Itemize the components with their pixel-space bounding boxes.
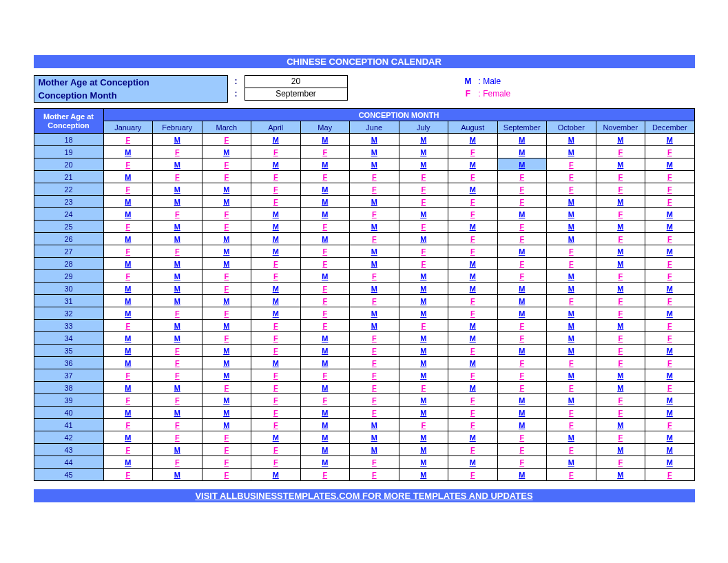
male-link[interactable]: M bbox=[322, 347, 328, 355]
male-link[interactable]: M bbox=[420, 409, 426, 417]
data-cell[interactable]: F bbox=[448, 394, 498, 407]
data-cell[interactable]: M bbox=[350, 307, 399, 320]
data-cell[interactable]: F bbox=[645, 270, 695, 283]
male-link[interactable]: M bbox=[519, 347, 525, 355]
female-link[interactable]: F bbox=[372, 235, 377, 243]
male-link[interactable]: M bbox=[125, 260, 131, 268]
data-cell[interactable]: F bbox=[596, 431, 645, 444]
data-cell[interactable]: F bbox=[251, 456, 301, 469]
data-cell[interactable]: F bbox=[596, 270, 645, 283]
data-cell[interactable]: M bbox=[300, 357, 350, 369]
male-link[interactable]: M bbox=[322, 210, 328, 218]
male-link[interactable]: M bbox=[420, 433, 426, 442]
female-link[interactable]: F bbox=[667, 421, 672, 429]
male-link[interactable]: M bbox=[568, 198, 574, 206]
female-link[interactable]: F bbox=[322, 247, 327, 256]
data-cell[interactable]: F bbox=[596, 456, 645, 469]
male-link[interactable]: M bbox=[223, 409, 229, 417]
data-cell[interactable]: M bbox=[350, 431, 399, 444]
data-cell[interactable]: F bbox=[251, 332, 301, 345]
data-cell[interactable]: F bbox=[547, 382, 596, 394]
data-cell[interactable]: F bbox=[103, 469, 153, 481]
male-link[interactable]: M bbox=[519, 285, 525, 293]
male-link[interactable]: M bbox=[470, 136, 476, 144]
male-link[interactable]: M bbox=[273, 235, 279, 243]
male-link[interactable]: M bbox=[420, 161, 426, 169]
data-cell[interactable]: M bbox=[202, 419, 251, 431]
female-link[interactable]: F bbox=[273, 409, 278, 417]
male-link[interactable]: M bbox=[420, 446, 426, 454]
male-link[interactable]: M bbox=[223, 347, 229, 355]
data-cell[interactable]: F bbox=[350, 332, 399, 345]
female-link[interactable]: F bbox=[175, 247, 180, 256]
female-link[interactable]: F bbox=[322, 309, 327, 318]
data-cell[interactable]: F bbox=[399, 221, 448, 233]
male-link[interactable]: M bbox=[568, 148, 574, 156]
female-link[interactable]: F bbox=[175, 309, 180, 318]
male-link[interactable]: M bbox=[125, 359, 131, 367]
male-link[interactable]: M bbox=[223, 421, 229, 429]
female-link[interactable]: F bbox=[372, 458, 377, 467]
male-link[interactable]: M bbox=[617, 260, 623, 268]
data-cell[interactable]: M bbox=[202, 407, 251, 419]
female-link[interactable]: F bbox=[372, 396, 377, 405]
male-link[interactable]: M bbox=[470, 384, 476, 392]
female-link[interactable]: F bbox=[569, 421, 574, 429]
data-cell[interactable]: M bbox=[547, 283, 596, 295]
data-cell[interactable]: M bbox=[645, 407, 695, 419]
data-cell[interactable]: M bbox=[153, 258, 202, 270]
data-cell[interactable]: F bbox=[547, 419, 596, 431]
female-link[interactable]: F bbox=[224, 210, 229, 218]
data-cell[interactable]: M bbox=[547, 208, 596, 221]
male-link[interactable]: M bbox=[322, 409, 328, 417]
data-cell[interactable]: M bbox=[153, 295, 202, 307]
data-cell[interactable]: F bbox=[596, 307, 645, 320]
data-cell[interactable]: M bbox=[103, 171, 153, 183]
female-link[interactable]: F bbox=[224, 334, 229, 342]
month-value-cell[interactable]: September bbox=[245, 88, 348, 101]
female-link[interactable]: F bbox=[569, 409, 574, 417]
female-link[interactable]: F bbox=[618, 347, 623, 355]
female-link[interactable]: F bbox=[519, 384, 524, 392]
data-cell[interactable]: M bbox=[448, 183, 498, 196]
data-cell[interactable]: F bbox=[251, 183, 301, 196]
data-cell[interactable]: M bbox=[399, 456, 448, 469]
data-cell[interactable]: M bbox=[596, 382, 645, 394]
data-cell[interactable]: M bbox=[547, 196, 596, 208]
female-link[interactable]: F bbox=[667, 148, 672, 156]
data-cell[interactable]: F bbox=[103, 183, 153, 196]
data-cell[interactable]: F bbox=[645, 357, 695, 369]
data-cell[interactable]: M bbox=[448, 158, 498, 171]
female-link[interactable]: F bbox=[273, 148, 278, 156]
male-link[interactable]: M bbox=[273, 433, 279, 442]
male-link[interactable]: M bbox=[568, 334, 574, 342]
data-cell[interactable]: F bbox=[399, 196, 448, 208]
data-cell[interactable]: F bbox=[251, 171, 301, 183]
male-link[interactable]: M bbox=[223, 359, 229, 367]
data-cell[interactable]: M bbox=[596, 134, 645, 146]
male-link[interactable]: M bbox=[667, 309, 673, 318]
data-cell[interactable]: F bbox=[202, 270, 251, 283]
data-cell[interactable]: F bbox=[300, 283, 350, 295]
male-link[interactable]: M bbox=[273, 223, 279, 231]
data-cell[interactable]: F bbox=[497, 258, 547, 270]
male-link[interactable]: M bbox=[125, 458, 131, 467]
female-link[interactable]: F bbox=[175, 458, 180, 467]
data-cell[interactable]: F bbox=[103, 369, 153, 382]
data-cell[interactable]: M bbox=[497, 295, 547, 307]
data-cell[interactable]: M bbox=[645, 369, 695, 382]
data-cell[interactable]: M bbox=[399, 369, 448, 382]
data-cell[interactable]: M bbox=[497, 419, 547, 431]
data-cell[interactable]: M bbox=[251, 307, 301, 320]
male-link[interactable]: M bbox=[667, 161, 673, 169]
data-cell[interactable]: F bbox=[547, 183, 596, 196]
male-link[interactable]: M bbox=[371, 446, 377, 454]
data-cell[interactable]: M bbox=[251, 431, 301, 444]
data-cell[interactable]: M bbox=[596, 469, 645, 481]
data-cell[interactable]: F bbox=[350, 171, 399, 183]
female-link[interactable]: F bbox=[569, 446, 574, 454]
data-cell[interactable]: F bbox=[202, 469, 251, 481]
data-cell[interactable]: M bbox=[596, 444, 645, 456]
data-cell[interactable]: F bbox=[645, 171, 695, 183]
data-cell[interactable]: F bbox=[350, 357, 399, 369]
